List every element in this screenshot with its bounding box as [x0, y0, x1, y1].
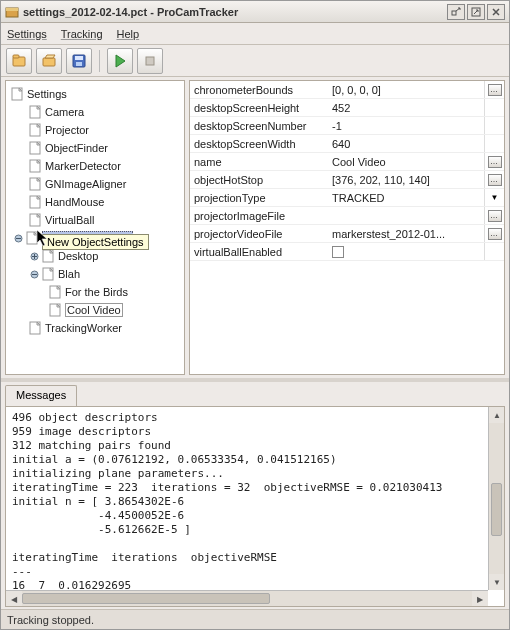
- document-icon: [10, 87, 24, 101]
- toolbar-separator: [99, 50, 100, 72]
- property-value[interactable]: [328, 243, 484, 260]
- window-title: settings_2012-02-14.pct - ProCamTracker: [23, 6, 447, 18]
- tree-node-gnimagealigner[interactable]: GNImageAligner: [6, 175, 184, 193]
- property-value[interactable]: TRACKED: [328, 189, 484, 206]
- property-spacer: [484, 135, 504, 152]
- titlebar[interactable]: settings_2012-02-14.pct - ProCamTracker: [1, 1, 509, 23]
- property-value[interactable]: 452: [328, 99, 484, 116]
- property-row[interactable]: desktopScreenHeight452: [190, 99, 504, 117]
- tree-node-blah[interactable]: Blah: [6, 265, 184, 283]
- document-icon: [28, 195, 42, 209]
- scroll-right-icon[interactable]: ▶: [472, 591, 488, 607]
- document-icon: [28, 159, 42, 173]
- svg-rect-9: [76, 62, 82, 66]
- menu-tracking[interactable]: Tracking: [61, 28, 103, 40]
- property-editor-button[interactable]: …: [484, 207, 504, 224]
- scroll-thumb[interactable]: [22, 593, 270, 604]
- svg-rect-1: [6, 8, 18, 11]
- property-editor-button[interactable]: …: [484, 225, 504, 242]
- stop-button[interactable]: [137, 48, 163, 74]
- property-row[interactable]: projectorVideoFilemarkerstest_2012-01...…: [190, 225, 504, 243]
- close-button[interactable]: [487, 4, 505, 20]
- property-value[interactable]: [376, 202, 110, 140]: [328, 171, 484, 188]
- menubar: Settings Tracking Help: [1, 23, 509, 45]
- status-text: Tracking stopped.: [7, 614, 94, 626]
- chevron-down-icon[interactable]: ▼: [491, 193, 499, 202]
- tree-node-virtualball[interactable]: VirtualBall: [6, 211, 184, 229]
- scrollbar-horizontal[interactable]: ◀ ▶: [6, 590, 488, 606]
- ellipsis-button[interactable]: …: [488, 174, 502, 186]
- tree-pane[interactable]: Settings Camera Projector ObjectFinder M…: [5, 80, 185, 375]
- property-value[interactable]: -1: [328, 117, 484, 134]
- svg-rect-10: [146, 57, 154, 65]
- tab-messages[interactable]: Messages: [5, 385, 77, 407]
- property-value[interactable]: [0, 0, 0, 0]: [328, 81, 484, 98]
- property-editor-button[interactable]: …: [484, 81, 504, 98]
- toolbar: [1, 45, 509, 77]
- document-icon: [48, 285, 62, 299]
- tree-node-handmouse[interactable]: HandMouse: [6, 193, 184, 211]
- property-name: virtualBallEnabled: [190, 243, 328, 260]
- property-value[interactable]: Cool Video: [328, 153, 484, 170]
- new-button[interactable]: [6, 48, 32, 74]
- tree-node-coolvideo[interactable]: Cool Video: [6, 301, 184, 319]
- property-value[interactable]: markerstest_2012-01...: [328, 225, 484, 242]
- property-value[interactable]: 640: [328, 135, 484, 152]
- document-icon: [28, 123, 42, 137]
- iconify-button[interactable]: [447, 4, 465, 20]
- property-name: objectHotStop: [190, 171, 328, 188]
- property-name: projectorImageFile: [190, 207, 328, 224]
- property-row[interactable]: projectorImageFile…: [190, 207, 504, 225]
- property-name: desktopScreenWidth: [190, 135, 328, 152]
- play-button[interactable]: [107, 48, 133, 74]
- property-name: desktopScreenHeight: [190, 99, 328, 116]
- property-editor-button[interactable]: …: [484, 153, 504, 170]
- property-table[interactable]: chronometerBounds[0, 0, 0, 0]…desktopScr…: [189, 80, 505, 375]
- property-value[interactable]: [328, 207, 484, 224]
- expand-handle-icon[interactable]: [30, 252, 39, 261]
- status-bar: Tracking stopped.: [1, 609, 509, 629]
- tree-node-camera[interactable]: Camera: [6, 103, 184, 121]
- scrollbar-vertical[interactable]: ▲ ▼: [488, 407, 504, 590]
- property-row[interactable]: objectHotStop[376, 202, 110, 140]…: [190, 171, 504, 189]
- open-button[interactable]: [36, 48, 62, 74]
- ellipsis-button[interactable]: …: [488, 210, 502, 222]
- property-spacer: [484, 99, 504, 116]
- ellipsis-button[interactable]: …: [488, 228, 502, 240]
- expand-handle-icon[interactable]: [30, 270, 39, 279]
- messages-text[interactable]: 496 object descriptors 959 image descrip…: [6, 407, 488, 590]
- messages-panel: Messages 496 object descriptors 959 imag…: [5, 384, 505, 607]
- document-icon: [28, 105, 42, 119]
- tree-node-realityaugmentor[interactable]: RealityAugmentor: [6, 229, 184, 247]
- tree-node-desktop[interactable]: Desktop: [6, 247, 184, 265]
- menu-settings[interactable]: Settings: [7, 28, 47, 40]
- property-name: projectionType: [190, 189, 328, 206]
- save-button[interactable]: [66, 48, 92, 74]
- tree-node-projector[interactable]: Projector: [6, 121, 184, 139]
- property-row[interactable]: chronometerBounds[0, 0, 0, 0]…: [190, 81, 504, 99]
- property-row[interactable]: nameCool Video…: [190, 153, 504, 171]
- property-combo-button[interactable]: ▼: [484, 189, 504, 206]
- scroll-thumb[interactable]: [491, 483, 502, 536]
- property-row[interactable]: virtualBallEnabled: [190, 243, 504, 261]
- property-editor-button[interactable]: …: [484, 171, 504, 188]
- tree-node-forthebirds[interactable]: For the Birds: [6, 283, 184, 301]
- scroll-left-icon[interactable]: ◀: [6, 591, 22, 607]
- ellipsis-button[interactable]: …: [488, 84, 502, 96]
- tree-node-objectfinder[interactable]: ObjectFinder: [6, 139, 184, 157]
- scroll-up-icon[interactable]: ▲: [489, 407, 505, 423]
- expand-handle-icon[interactable]: [14, 234, 23, 243]
- tree-node-settings[interactable]: Settings: [6, 85, 184, 103]
- property-row[interactable]: desktopScreenNumber-1: [190, 117, 504, 135]
- scroll-down-icon[interactable]: ▼: [489, 574, 505, 590]
- svg-rect-8: [75, 56, 83, 60]
- property-row[interactable]: desktopScreenWidth640: [190, 135, 504, 153]
- property-row[interactable]: projectionTypeTRACKED▼: [190, 189, 504, 207]
- document-icon: [25, 231, 39, 245]
- menu-help[interactable]: Help: [117, 28, 140, 40]
- ellipsis-button[interactable]: …: [488, 156, 502, 168]
- checkbox[interactable]: [332, 246, 344, 258]
- tree-node-markerdetector[interactable]: MarkerDetector: [6, 157, 184, 175]
- maximize-button[interactable]: [467, 4, 485, 20]
- tree-node-trackingworker[interactable]: TrackingWorker: [6, 319, 184, 337]
